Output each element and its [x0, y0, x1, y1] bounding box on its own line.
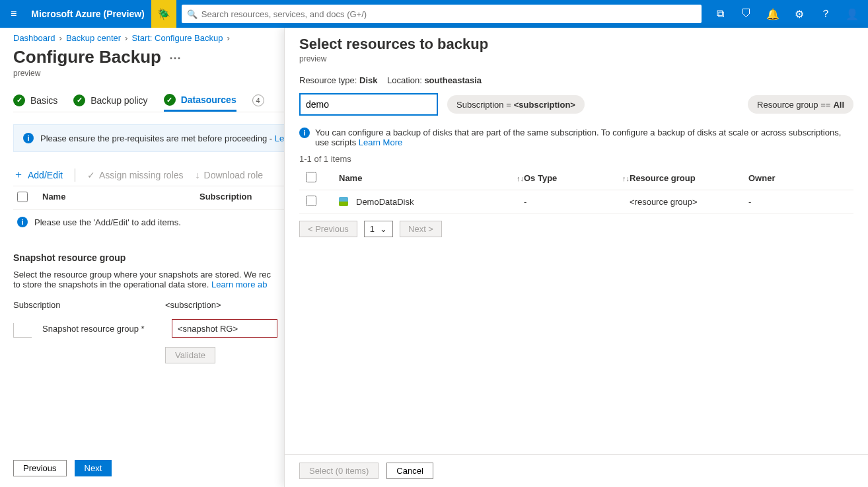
panel-title: Select resources to backup [299, 36, 853, 53]
filter-row: Subscription = <subscription> Resource g… [299, 93, 853, 116]
plus-icon: ＋ [13, 168, 24, 182]
snapshot-rg-select[interactable]: <snapshot RG> [172, 319, 277, 338]
previous-button[interactable]: Previous [13, 460, 67, 476]
more-icon[interactable]: ⋯ [169, 50, 181, 65]
check-icon: ✓ [73, 94, 85, 106]
table-row[interactable]: DemoDataDisk - <resource group> - [299, 190, 853, 214]
step-number-badge: 4 [252, 94, 264, 106]
row-checkbox[interactable] [306, 196, 316, 206]
step-backup-policy[interactable]: ✓ Backup policy [73, 91, 147, 110]
validate-button[interactable]: Validate [165, 347, 215, 363]
chevron-right-icon: › [227, 33, 229, 43]
info-icon: i [17, 217, 28, 227]
select-all-checkbox[interactable] [17, 192, 28, 202]
step-review[interactable]: 4 [252, 91, 264, 110]
check-icon: ✓ [164, 94, 176, 106]
page-select[interactable]: 1 ⌄ [364, 221, 393, 237]
hamburger-icon[interactable]: ≡ [3, 8, 24, 20]
row-os: - [524, 197, 630, 207]
page-title-text: Configure Backup [13, 47, 161, 67]
check-icon: ✓ [13, 94, 25, 106]
preview-bug-icon[interactable]: 🪲 [151, 0, 176, 28]
wizard-footer: Previous Next [0, 453, 125, 487]
empty-state-text: Please use the 'Add/Edit' to add items. [34, 217, 181, 227]
col-os-type[interactable]: Os Type ↑↓ [524, 173, 630, 183]
info-icon: i [299, 128, 310, 138]
cloud-shell-icon[interactable]: ⧉ [707, 0, 733, 28]
download-icon: ↓ [196, 170, 200, 180]
help-icon[interactable]: ？ [813, 0, 839, 28]
check-icon: ✓ [87, 170, 95, 180]
global-search-input[interactable] [201, 9, 696, 19]
assign-roles-button[interactable]: ✓ Assign missing roles [87, 170, 184, 180]
step-datasources[interactable]: ✓ Datasources [164, 90, 236, 112]
step-policy-label: Backup policy [90, 95, 147, 106]
cancel-button[interactable]: Cancel [386, 463, 433, 479]
chevron-down-icon: ⌄ [380, 224, 387, 234]
crumb-start-configure[interactable]: Start: Configure Backup [131, 33, 223, 43]
learn-more-link[interactable]: Learn More [359, 137, 402, 147]
col-owner[interactable]: Owner [748, 173, 814, 183]
learn-more-link[interactable]: Learn more ab [211, 280, 268, 289]
prev-page-button[interactable]: < Previous [299, 221, 357, 237]
row-rg: <resource group> [630, 197, 748, 207]
notifications-icon[interactable]: 🔔 [760, 0, 786, 28]
row-owner: - [748, 197, 814, 207]
step-basics[interactable]: ✓ Basics [13, 91, 57, 110]
disk-icon [339, 197, 349, 207]
subscription-filter-pill[interactable]: Subscription = <subscription> [447, 95, 585, 114]
sort-icon: ↑↓ [517, 174, 524, 182]
next-page-button[interactable]: Next > [400, 221, 442, 237]
step-ds-label: Datasources [181, 94, 236, 105]
col-resource-group[interactable]: Resource group [630, 173, 748, 183]
global-search[interactable]: 🔍 [182, 5, 702, 23]
resource-group-filter-pill[interactable]: Resource group == All [748, 95, 853, 114]
separator [75, 169, 75, 182]
result-count: 1-1 of 1 items [299, 154, 853, 164]
add-edit-button[interactable]: ＋ Add/Edit [13, 168, 63, 182]
col-name: Name [42, 192, 188, 204]
col-name[interactable]: Name ↑↓ [339, 173, 524, 183]
panel-info-line: i You can configure a backup of disks th… [299, 128, 853, 147]
search-icon: 🔍 [187, 9, 198, 19]
directory-filter-icon[interactable]: ⛉ [733, 0, 760, 28]
pager: < Previous 1 ⌄ Next > [299, 221, 853, 237]
crumb-dashboard[interactable]: Dashboard [13, 33, 55, 43]
brand-label: Microsoft Azure (Preview) [24, 9, 151, 19]
download-role-button[interactable]: ↓ Download role [196, 170, 264, 180]
snapshot-rg-row: Snapshot resource group * <snapshot RG> [20, 319, 277, 338]
sort-icon: ↑↓ [622, 174, 630, 182]
row-name: DemoDataDisk [356, 197, 414, 207]
panel-meta: Resource type: Disk Location: southeasta… [299, 75, 853, 85]
panel-subtitle: preview [299, 54, 853, 63]
settings-icon[interactable]: ⚙ [786, 0, 813, 28]
subscription-value: <subscription> [165, 300, 221, 310]
resource-search-input[interactable] [299, 93, 438, 116]
chevron-right-icon: › [125, 33, 127, 43]
crumb-backup-center[interactable]: Backup center [66, 33, 121, 43]
panel-footer: Select (0 items) Cancel [285, 454, 868, 487]
select-button[interactable]: Select (0 items) [299, 463, 379, 479]
chevron-right-icon: › [59, 33, 62, 43]
info-icon: i [23, 133, 34, 143]
snapshot-rg-label: Snapshot resource group * [20, 324, 159, 334]
top-nav: ≡ Microsoft Azure (Preview) 🪲 🔍 ⧉ ⛉ 🔔 ⚙ … [0, 0, 868, 28]
resource-table-header: Name ↑↓ Os Type ↑↓ Resource group Owner [299, 167, 853, 190]
select-resources-panel: Select resources to backup preview Resou… [284, 28, 868, 487]
step-basics-label: Basics [30, 95, 57, 106]
account-icon[interactable]: 👤 [839, 0, 865, 28]
subscription-label: Subscription [13, 300, 152, 310]
prereq-text: Please ensure the pre-requisites are met… [40, 133, 289, 143]
next-button[interactable]: Next [75, 460, 112, 476]
select-all-resources-checkbox[interactable] [306, 172, 316, 182]
top-icons: ⧉ ⛉ 🔔 ⚙ ？ 👤 [707, 0, 865, 28]
